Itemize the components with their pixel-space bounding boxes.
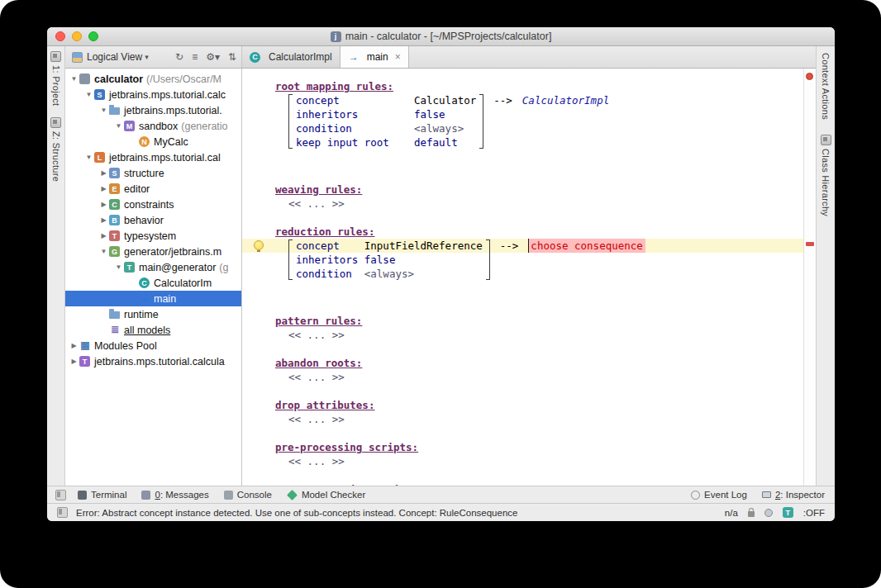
- tree-item-all models[interactable]: ≣all models: [65, 322, 241, 338]
- section-title[interactable]: root mapping rules:: [275, 79, 803, 93]
- rule-property-value[interactable]: false: [414, 107, 476, 121]
- rule-property-key[interactable]: condition: [296, 121, 414, 135]
- rule-property-key[interactable]: concept: [296, 239, 364, 253]
- tree-item-jetbrains.mps.tutorial.calcula[interactable]: ▶Tjetbrains.mps.tutorial.calcula: [65, 353, 241, 369]
- tree-item-main@generator[interactable]: ▼Tmain@generator(g: [65, 259, 241, 275]
- toolwindow-button-console[interactable]: Console: [224, 490, 272, 500]
- rule-consequence[interactable]: choose consequence: [528, 239, 645, 253]
- tree-item-runtime[interactable]: runtime: [65, 306, 241, 322]
- placeholder-cell[interactable]: << ... >>: [288, 370, 803, 384]
- placeholder-cell[interactable]: << ... >>: [288, 412, 803, 426]
- tree-item-Modules Pool[interactable]: ▶▦Modules Pool: [65, 338, 241, 353]
- toolwindow-button-terminal[interactable]: Terminal: [78, 490, 126, 500]
- toolwindow-button-event-log[interactable]: Event Log: [691, 490, 747, 500]
- rule-property-key[interactable]: inheritors: [296, 253, 364, 267]
- highlighting-level-icon[interactable]: [764, 509, 773, 517]
- placeholder-cell[interactable]: << ... >>: [288, 454, 803, 468]
- section-title[interactable]: pre-processing scripts:: [275, 440, 803, 454]
- rule-property-value[interactable]: <always>: [364, 267, 483, 281]
- section-title[interactable]: weaving rules:: [275, 183, 803, 197]
- tree-item-editor[interactable]: ▶Eeditor: [65, 181, 241, 197]
- tree-item-CalculatorIm[interactable]: CCalculatorIm: [65, 275, 241, 291]
- tree-item-calculator[interactable]: ▼calculator(/Users/Oscar/M: [65, 71, 241, 87]
- rule-property-value[interactable]: false: [364, 253, 483, 267]
- tree-expand-icon[interactable]: ▶: [98, 201, 109, 208]
- tree-expand-icon[interactable]: ▶: [69, 358, 79, 365]
- window-titlebar[interactable]: j main - calculator - [~/MPSProjects/cal…: [47, 27, 835, 46]
- section-title[interactable]: reduction rules:: [275, 225, 803, 239]
- toolwindow-button-inspector[interactable]: 2: Inspector: [762, 490, 825, 500]
- editor-pane[interactable]: root mapping rules:conceptCalculatorinhe…: [242, 69, 816, 486]
- intention-bulb-icon[interactable]: [254, 240, 264, 250]
- close-window-button[interactable]: [55, 31, 65, 41]
- rule-property-value[interactable]: default: [414, 135, 476, 149]
- editor-content[interactable]: root mapping rules:conceptCalculatorinhe…: [242, 69, 803, 486]
- tree-item-jetbrains.mps.tutorial.cal[interactable]: ▼Ljetbrains.mps.tutorial.cal: [65, 149, 241, 165]
- tree-expand-icon[interactable]: ▼: [69, 75, 79, 83]
- chevron-down-icon[interactable]: ▾: [145, 53, 149, 61]
- stripe-toggle-icon[interactable]: [55, 490, 66, 500]
- rule-block[interactable]: conceptInputFieldReferenceinheritorsfals…: [275, 239, 803, 281]
- tree-item-main[interactable]: →main: [65, 291, 241, 306]
- rule-property-key[interactable]: concept: [296, 93, 414, 107]
- section-title[interactable]: abandon roots:: [275, 356, 803, 370]
- lock-icon[interactable]: [748, 511, 755, 517]
- tree-item-generator/jetbrains.m[interactable]: ▼Ggenerator/jetbrains.m: [65, 244, 241, 259]
- toolwindow-button-messages[interactable]: 0: Messages: [141, 490, 208, 500]
- tree-expand-icon[interactable]: ▼: [98, 107, 109, 114]
- section-title[interactable]: pattern rules:: [275, 314, 803, 328]
- placeholder-cell[interactable]: << ... >>: [288, 328, 803, 342]
- toolwindow-button-model-checker[interactable]: Model Checker: [287, 490, 365, 500]
- view-selector[interactable]: Logical View: [87, 51, 142, 63]
- tree-expand-icon[interactable]: ▼: [83, 154, 94, 161]
- tree-expand-icon[interactable]: ▶: [98, 185, 109, 192]
- rule-property-key[interactable]: inheritors: [296, 107, 414, 121]
- typesystem-badge-icon[interactable]: T: [783, 507, 793, 518]
- collapse-all-icon[interactable]: ≡: [192, 51, 198, 63]
- tab-CalculatorImpl[interactable]: CCalculatorImpl: [242, 46, 340, 68]
- refresh-icon[interactable]: ↻: [175, 51, 183, 63]
- minimize-window-button[interactable]: [72, 31, 82, 41]
- tree-expand-icon[interactable]: ▼: [98, 248, 109, 255]
- rule-property-value[interactable]: InputFieldReference: [364, 239, 483, 253]
- tree-expand-icon[interactable]: ▶: [98, 216, 109, 224]
- tree-item-MyCalc[interactable]: NMyCalc: [65, 134, 241, 149]
- rule-property-value[interactable]: Calculator: [414, 93, 476, 107]
- section-title[interactable]: post-processing scripts:: [275, 482, 803, 486]
- tree-item-behavior[interactable]: ▶Bbehavior: [65, 212, 241, 228]
- tree-item-jetbrains.mps.tutorial.calc[interactable]: ▼Sjetbrains.mps.tutorial.calc: [65, 87, 241, 102]
- settings-icon[interactable]: ⚙▾: [206, 51, 220, 63]
- tab-main[interactable]: →main×: [340, 46, 409, 68]
- rule-property-key[interactable]: keep input root: [296, 135, 414, 149]
- tree-expand-icon[interactable]: ▶: [98, 232, 109, 239]
- placeholder-cell[interactable]: << ... >>: [288, 197, 803, 211]
- toolwindow-toggle-icon[interactable]: [57, 507, 68, 518]
- error-stripe-mark[interactable]: [806, 242, 814, 246]
- structure-toolwindow-icon: [50, 117, 61, 128]
- error-stripe[interactable]: [803, 69, 816, 486]
- rule-property-key[interactable]: condition: [296, 267, 364, 281]
- error-indicator-icon[interactable]: [806, 73, 813, 80]
- tree-item-sandbox[interactable]: ▼Msandbox(generatio: [65, 118, 241, 134]
- tree-expand-icon[interactable]: ▶: [98, 169, 109, 177]
- toolwindow-button-context-actions[interactable]: Context Actions: [821, 53, 831, 120]
- tree-expand-icon[interactable]: ▼: [113, 263, 124, 271]
- rule-property-value[interactable]: <always>: [414, 121, 476, 135]
- caret-position[interactable]: n/a: [725, 508, 738, 518]
- tree-expand-icon[interactable]: ▼: [113, 122, 124, 130]
- tab-close-icon[interactable]: ×: [395, 51, 401, 63]
- tree-item-structure[interactable]: ▶Sstructure: [65, 165, 241, 181]
- rule-consequence[interactable]: CalculatorImpl: [522, 93, 609, 107]
- toolwindow-button-project[interactable]: 1: Project: [50, 51, 61, 106]
- rule-block[interactable]: conceptCalculatorinheritorsfalseconditio…: [275, 93, 803, 149]
- tree-item-typesystem[interactable]: ▶Ttypesystem: [65, 228, 241, 244]
- tree-item-jetbrains.mps.tutorial.[interactable]: ▼jetbrains.mps.tutorial.: [65, 102, 241, 118]
- scroll-to-node-icon[interactable]: ⇅: [228, 51, 236, 63]
- zoom-window-button[interactable]: [88, 31, 98, 41]
- tree-item-constraints[interactable]: ▶Cconstraints: [65, 197, 241, 212]
- toolwindow-button-structure[interactable]: Z: Structure: [50, 117, 61, 182]
- toolwindow-button-class-hierarchy[interactable]: Class Hierarchy: [821, 135, 831, 216]
- section-title[interactable]: drop attributes:: [275, 398, 803, 412]
- tree-expand-icon[interactable]: ▼: [83, 91, 94, 98]
- tree-expand-icon[interactable]: ▶: [69, 342, 79, 349]
